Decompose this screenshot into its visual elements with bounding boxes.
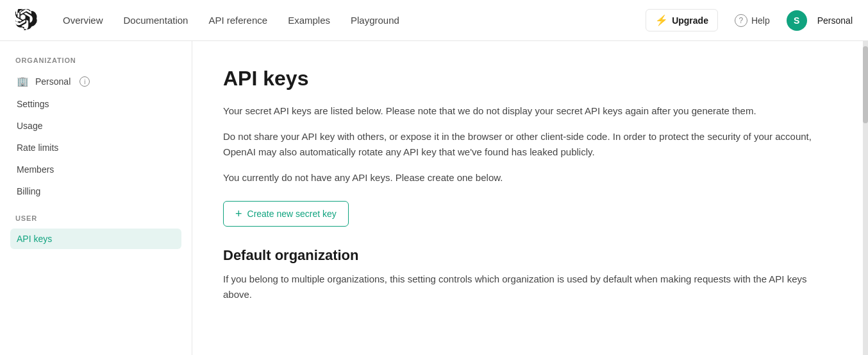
description-3: You currently do not have any API keys. … — [223, 170, 832, 186]
user-section-label: USER — [10, 214, 181, 222]
org-section-label: ORGANIZATION — [10, 56, 181, 64]
help-icon: ? — [735, 14, 747, 27]
building-icon: 🏢 — [17, 76, 29, 87]
sidebar-item-usage[interactable]: Usage — [10, 116, 181, 136]
user-label[interactable]: Personal — [817, 15, 853, 26]
default-org-title: Default organization — [223, 247, 832, 264]
logo[interactable] — [15, 9, 38, 32]
nav-documentation[interactable]: Documentation — [115, 10, 197, 31]
sidebar-item-members[interactable]: Members — [10, 159, 181, 180]
sidebar-item-api-keys[interactable]: API keys — [10, 229, 181, 249]
page-title: API keys — [223, 67, 832, 91]
top-navigation: Overview Documentation API reference Exa… — [0, 0, 868, 41]
sidebar-user-section: USER API keys — [10, 214, 181, 249]
avatar[interactable]: S — [787, 10, 807, 31]
nav-playground[interactable]: Playground — [342, 10, 408, 31]
upgrade-button[interactable]: ⚡ Upgrade — [646, 9, 718, 31]
main-content: API keys Your secret API keys are listed… — [192, 41, 863, 355]
sidebar: ORGANIZATION 🏢 Personal i Settings Usage… — [0, 41, 192, 355]
description-1: Your secret API keys are listed below. P… — [223, 103, 832, 119]
scroll-track[interactable] — [863, 41, 868, 355]
info-icon[interactable]: i — [79, 76, 90, 87]
plus-icon: + — [235, 208, 242, 220]
main-layout: ORGANIZATION 🏢 Personal i Settings Usage… — [0, 41, 868, 355]
sidebar-item-personal[interactable]: 🏢 Personal i — [10, 71, 181, 92]
sidebar-item-billing[interactable]: Billing — [10, 181, 181, 202]
description-2: Do not share your API key with others, o… — [223, 129, 832, 160]
nav-api-reference[interactable]: API reference — [199, 10, 276, 31]
bolt-icon: ⚡ — [655, 14, 668, 26]
help-button[interactable]: ? Help — [728, 10, 776, 31]
default-org-description: If you belong to multiple organizations,… — [223, 272, 832, 302]
sidebar-item-settings[interactable]: Settings — [10, 94, 181, 114]
nav-examples[interactable]: Examples — [279, 10, 339, 31]
nav-overview[interactable]: Overview — [54, 10, 112, 31]
sidebar-org-section: ORGANIZATION 🏢 Personal i Settings Usage… — [10, 56, 181, 202]
nav-right: ⚡ Upgrade ? Help S Personal — [646, 9, 853, 31]
nav-links: Overview Documentation API reference Exa… — [54, 10, 646, 31]
sidebar-item-rate-limits[interactable]: Rate limits — [10, 137, 181, 158]
scroll-thumb — [863, 46, 868, 123]
create-secret-key-button[interactable]: + Create new secret key — [223, 201, 349, 227]
